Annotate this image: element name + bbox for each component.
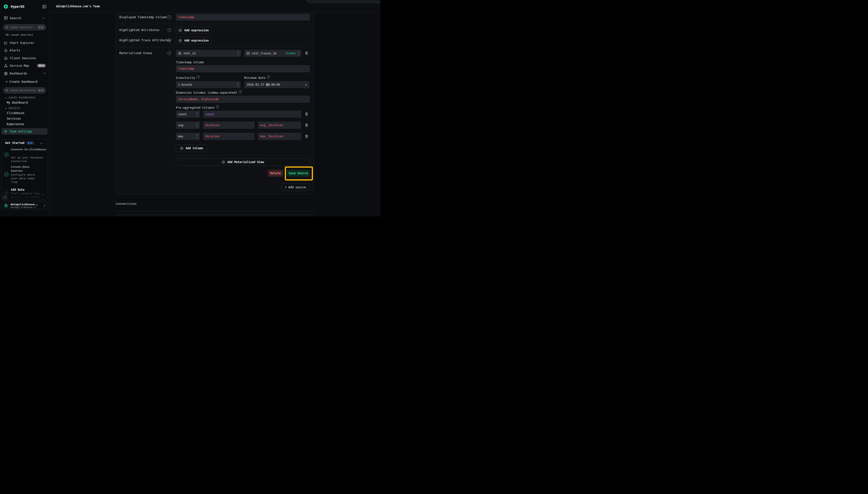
check-circle-icon xyxy=(4,172,8,176)
chevron-up-icon[interactable] xyxy=(40,142,43,145)
saved-searches-input[interactable]: Saved Searches ⌘ K xyxy=(3,24,46,31)
timestamp-column-label: Timestamp Column xyxy=(176,60,204,64)
save-source-button[interactable]: Save Source xyxy=(287,170,310,177)
aggregation-fn-select[interactable]: avg xyxy=(176,121,200,129)
laptop-icon xyxy=(4,56,8,60)
help-circle-icon[interactable] xyxy=(267,75,270,79)
chart-explorer-icon xyxy=(4,41,8,45)
date-hour-segment[interactable]: 00 xyxy=(266,83,269,87)
aggregation-alias-input[interactable]: avg__Duration xyxy=(258,121,301,129)
get-started-step-title[interactable]: Create Data Sources xyxy=(11,165,36,173)
sidebar-item-search[interactable]: Search xyxy=(10,16,21,20)
database-select[interactable]: otel_v2 xyxy=(176,50,241,57)
help-circle-icon[interactable] xyxy=(167,28,171,32)
help-button[interactable]: ? xyxy=(2,195,7,201)
user-name: dale@clickhouse.… xyxy=(11,203,41,206)
help-circle-icon[interactable] xyxy=(167,15,171,19)
search-icon xyxy=(5,26,8,29)
sidebar-item-my-dashboard[interactable]: My Dashboard xyxy=(7,101,28,104)
get-started-title: Get Started xyxy=(5,141,24,145)
trash-icon[interactable] xyxy=(305,123,308,127)
aggregation-fn-select[interactable]: count xyxy=(176,111,200,118)
saved-dashboards-input[interactable]: Saved Dashboards ⌘ K xyxy=(3,87,46,94)
aggregation-expr-input[interactable]: Duration xyxy=(203,133,254,140)
saved-dashboards-placeholder: Saved Dashboards xyxy=(10,89,36,92)
trash-icon[interactable] xyxy=(305,134,308,138)
get-started-progress-badge: 2/3 xyxy=(26,141,34,145)
sidebar-item-dashboards[interactable]: Dashboards xyxy=(0,70,49,77)
add-materialized-view-button[interactable]: Add Materialized View xyxy=(176,158,310,166)
displayed-timestamp-label: Displayed Timestamp Column xyxy=(119,15,167,19)
divider xyxy=(176,155,310,155)
sidebar-item-service-map[interactable]: Service Map BETA xyxy=(0,62,49,70)
trash-icon[interactable] xyxy=(305,51,308,55)
dimension-columns-input[interactable]: ServiceName, StatusCode xyxy=(176,96,310,103)
help-circle-icon[interactable] xyxy=(196,75,200,79)
aggregation-expr-input[interactable]: Duration xyxy=(203,121,254,129)
source-settings-card: Displayed Timestamp Column Timestamp Hig… xyxy=(116,5,314,194)
granularity-select[interactable]: 1 minute xyxy=(176,81,240,88)
gear-icon xyxy=(4,130,7,133)
user-email: dale@clickhouse.c… xyxy=(11,206,41,209)
minimum-date-input[interactable]: 2026-01-27 00:00:00 xyxy=(244,81,309,88)
chevron-up-icon[interactable] xyxy=(42,17,45,20)
service-map-icon xyxy=(4,64,8,68)
user-account-card[interactable]: D dale@clickhouse.… dale@clickhouse.c… xyxy=(1,202,47,210)
select-chevrons-icon xyxy=(298,52,299,55)
sidebar-item-kubernetes[interactable]: Kubernetes xyxy=(7,122,24,126)
sidebar-item-team-settings[interactable]: Team Settings xyxy=(1,128,47,135)
sidebar-item-services[interactable]: Services xyxy=(7,117,21,120)
sidebar-item-client-sessions[interactable]: Client Sessions xyxy=(0,54,49,62)
search-section-icon xyxy=(4,16,8,20)
page-title: dale@clickhouse.com's Team xyxy=(56,5,100,8)
bell-icon xyxy=(4,49,8,52)
select-chevrons-icon xyxy=(196,135,198,138)
plus-circle-icon xyxy=(222,160,225,164)
help-circle-icon[interactable] xyxy=(239,90,242,93)
create-dashboard-button[interactable]: + Create Dashboard xyxy=(6,80,37,83)
caret-down-icon xyxy=(5,108,7,109)
arrow-right-icon: → xyxy=(42,193,44,196)
aggregation-alias-input[interactable]: max__Duration xyxy=(258,133,301,140)
aggregation-expr-input[interactable]: count xyxy=(203,111,301,118)
help-circle-icon[interactable] xyxy=(216,105,219,109)
chevron-up-icon xyxy=(43,73,46,75)
beta-badge: BETA xyxy=(37,64,46,68)
dashboards-grid-icon xyxy=(4,72,8,75)
clear-date-icon[interactable] xyxy=(305,83,307,87)
avatar: D xyxy=(4,203,8,208)
pre-aggregated-columns-label: Pre-aggregated Columns xyxy=(176,106,219,110)
sidebar-item-chart-explorer[interactable]: Chart Explorer xyxy=(0,39,49,46)
presets-section[interactable]: PRESETS xyxy=(5,107,20,110)
select-chevrons-icon xyxy=(196,124,198,127)
trash-icon[interactable] xyxy=(305,112,308,116)
help-circle-icon[interactable] xyxy=(167,51,171,55)
timestamp-column-input[interactable]: Timestamp xyxy=(176,65,310,72)
get-started-step-title[interactable]: Connect to ClickHouse xyxy=(11,148,47,151)
caret-down-icon xyxy=(5,97,7,98)
aggregation-fn-select[interactable]: max xyxy=(176,133,200,140)
step-number-badge: 3 xyxy=(4,191,8,195)
get-started-step-desc: Start sending logs, metrics, or traces xyxy=(11,192,42,199)
add-column-button[interactable]: Add Column xyxy=(176,145,207,152)
no-saved-searches-text: No saved searches xyxy=(6,33,33,36)
collapse-sidebar-icon[interactable] xyxy=(42,4,46,9)
add-source-button[interactable]: + Add source xyxy=(281,184,310,191)
minimum-date-label: Minimum Date xyxy=(244,76,270,80)
sidebar-item-clickhouse[interactable]: ClickHouse xyxy=(7,111,24,115)
displayed-timestamp-input[interactable]: Timestamp xyxy=(176,14,310,21)
sidebar-item-alerts[interactable]: Alerts xyxy=(0,46,49,54)
get-started-step-title[interactable]: Add Data xyxy=(11,188,47,192)
table-select[interactable]: otel_traces_1m Schema xyxy=(244,50,301,57)
saved-dashboards-section[interactable]: SAVED DASHBOARDS xyxy=(5,96,36,99)
schema-link[interactable]: Schema xyxy=(286,52,295,55)
add-expression-button[interactable]: Add expression xyxy=(176,37,212,44)
highlighted-attributes-label: Highlighted Attributes xyxy=(119,28,160,32)
delete-button[interactable]: Delete xyxy=(268,170,283,177)
sidebar: HyperDX Search Saved Searches ⌘ K xyxy=(0,0,49,216)
floating-panel-edge xyxy=(307,0,380,3)
app-title: HyperDX xyxy=(11,5,24,8)
help-circle-icon[interactable] xyxy=(167,38,171,42)
add-expression-button[interactable]: Add expression xyxy=(176,27,212,34)
dimension-columns-label: Dimension Columns (comma-separated) xyxy=(176,91,242,95)
